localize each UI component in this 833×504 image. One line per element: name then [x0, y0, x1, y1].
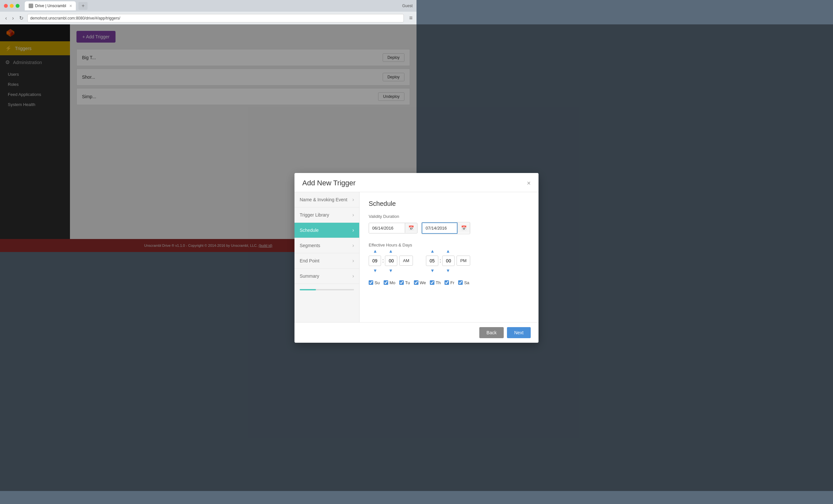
tab-close-btn[interactable]: ×	[69, 3, 72, 8]
new-tab-btn[interactable]: +	[78, 2, 88, 10]
start-date-group: 📅	[369, 223, 416, 233]
browser-dots	[4, 4, 20, 8]
wizard-step-name-invoking[interactable]: Name & Invoking Event ›	[294, 192, 359, 207]
start-time-group: ▲ ▲ : AM ▼ ▼	[369, 248, 413, 252]
modal-header: Add New Trigger ×	[294, 173, 416, 192]
reload-btn[interactable]: ↻	[18, 14, 25, 22]
browser-menu-btn[interactable]: ≡	[409, 15, 412, 22]
dot-minimize[interactable]	[10, 4, 14, 8]
step-arrow-icon: ›	[352, 212, 354, 218]
wizard-step-schedule[interactable]: Schedule ›	[294, 223, 359, 238]
forward-nav-btn[interactable]: ›	[11, 15, 15, 22]
back-nav-btn[interactable]: ‹	[4, 15, 8, 22]
step-arrow-icon: ›	[352, 197, 354, 203]
step-arrow-active-icon: ›	[352, 227, 354, 233]
step-segments-label: Segments	[300, 243, 320, 248]
modal-title: Add New Trigger	[302, 179, 356, 187]
tab-title: Drive | Unscrambl	[35, 4, 66, 8]
dot-close[interactable]	[4, 4, 8, 8]
step-arrow-icon: ›	[352, 243, 354, 248]
start-min-up-btn[interactable]: ▲	[384, 248, 397, 252]
date-range-row: 📅 📅	[369, 222, 416, 234]
start-date-calendar-btn[interactable]: 📅	[405, 223, 416, 233]
address-input[interactable]: demohost.unscrambl.com:8080/drive/#/app/…	[27, 14, 404, 22]
add-trigger-modal: Add New Trigger × Name & Invoking Event …	[294, 173, 416, 252]
start-hour-up-btn[interactable]: ▲	[369, 248, 382, 252]
step-name-label: Name & Invoking Event	[300, 197, 347, 202]
address-text: demohost.unscrambl.com:8080/drive/#/app/…	[30, 16, 120, 21]
wizard-sidebar: Name & Invoking Event › Trigger Library …	[294, 192, 360, 252]
tab-favicon	[29, 4, 33, 8]
step-trigger-library-label: Trigger Library	[300, 212, 329, 218]
browser-guest-label: Guest	[402, 4, 412, 8]
start-date-input[interactable]	[369, 223, 405, 233]
browser-tab[interactable]: Drive | Unscrambl ×	[25, 1, 76, 10]
schedule-section-title: Schedule	[369, 200, 416, 207]
start-time-up-arrows: ▲ ▲	[369, 248, 397, 252]
wizard-step-trigger-library[interactable]: Trigger Library ›	[294, 207, 359, 223]
step-schedule-label: Schedule	[300, 228, 318, 233]
browser-chrome: Drive | Unscrambl × + Guest ‹ › ↻ demoho…	[0, 0, 416, 24]
validity-label: Validity Duration	[369, 214, 416, 219]
time-pickers-row: ▲ ▲ : AM ▼ ▼	[369, 248, 416, 252]
wizard-step-segments[interactable]: Segments ›	[294, 238, 359, 252]
effective-label: Effective Hours & Days	[369, 243, 412, 248]
browser-title-bar: Drive | Unscrambl × + Guest	[0, 0, 416, 12]
modal-body: Name & Invoking Event › Trigger Library …	[294, 192, 416, 252]
modal-overlay: Add New Trigger × Name & Invoking Event …	[0, 24, 416, 252]
wizard-schedule-content: Schedule Validity Duration 📅 📅 Effective…	[360, 192, 416, 252]
browser-address-bar: ‹ › ↻ demohost.unscrambl.com:8080/drive/…	[0, 12, 416, 24]
dot-maximize[interactable]	[16, 4, 20, 8]
